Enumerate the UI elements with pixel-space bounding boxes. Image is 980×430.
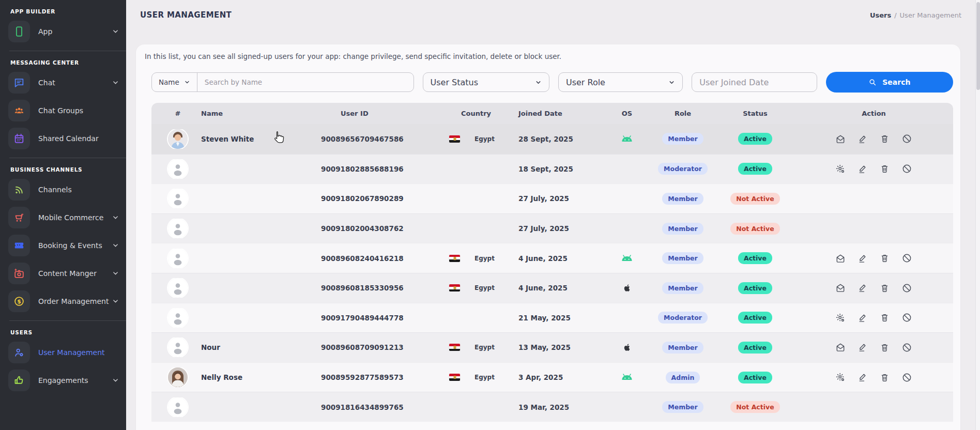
role-cell: Member xyxy=(650,223,716,235)
block-action-button[interactable] xyxy=(901,253,912,264)
table-row[interactable]: 9009179048944477821 May, 2025ModeratorAc… xyxy=(151,303,953,333)
delete-action-button[interactable] xyxy=(880,163,890,174)
role-badge: Member xyxy=(662,223,703,235)
avatar-placeholder xyxy=(168,159,188,179)
edit-action-button[interactable] xyxy=(858,163,868,174)
delete-icon xyxy=(880,253,890,263)
table-row[interactable]: 9009180200430876227 July, 2025MemberNot … xyxy=(151,213,953,243)
block-action-button[interactable] xyxy=(901,133,912,144)
scrollbar-thumb[interactable] xyxy=(976,2,980,90)
user-settings-action-button[interactable] xyxy=(835,163,846,174)
sidebar-item-app[interactable]: App xyxy=(0,18,126,45)
os-cell xyxy=(604,343,650,352)
edit-action-button[interactable] xyxy=(858,283,868,294)
dollar-icon: $ xyxy=(13,296,25,307)
joined-date: 18 Sept, 2025 xyxy=(510,165,604,173)
delete-action-button[interactable] xyxy=(880,253,890,264)
edit-action-button[interactable] xyxy=(858,372,868,383)
sidebar-item-label: App xyxy=(38,27,52,36)
user-id: 90091816434899765 xyxy=(312,403,442,411)
sidebar-item-order-management[interactable]: $Order Management xyxy=(0,287,126,315)
joined-date: 28 Sept, 2025 xyxy=(510,135,604,143)
user-id: 90089656709467586 xyxy=(312,135,442,143)
table-row[interactable]: Nelly Rose90089592877589573Egypt3 Apr, 2… xyxy=(151,362,953,392)
user-settings-action-button[interactable] xyxy=(835,312,846,323)
column-header-country: Country xyxy=(442,110,510,117)
sidebar-item-chat[interactable]: Chat xyxy=(0,69,126,97)
edit-action-button[interactable] xyxy=(858,253,868,264)
user-role-select[interactable]: User Role xyxy=(558,72,683,92)
user-status-select[interactable]: User Status xyxy=(423,72,549,92)
table-row[interactable]: Steven White90089656709467586Egypt28 Sep… xyxy=(151,124,953,154)
mail-action-button[interactable] xyxy=(835,133,846,144)
country-name: Egypt xyxy=(474,344,495,351)
people-icon xyxy=(13,105,25,116)
block-action-button[interactable] xyxy=(901,372,912,383)
role-badge: Member xyxy=(662,401,703,413)
delete-icon xyxy=(880,134,890,144)
chevron-down-icon xyxy=(112,242,119,249)
edit-action-button[interactable] xyxy=(858,133,868,144)
row-index-cell xyxy=(162,219,194,238)
delete-action-button[interactable] xyxy=(880,283,890,294)
table-row[interactable]: 9009180288568819618 Sept, 2025ModeratorA… xyxy=(151,154,953,184)
country-name: Egypt xyxy=(474,374,495,381)
block-icon xyxy=(901,342,912,353)
block-icon xyxy=(901,133,912,144)
sidebar-item-chat-groups[interactable]: Chat Groups xyxy=(0,97,126,125)
phone-icon xyxy=(13,26,25,37)
sidebar-item-mobile-commerce[interactable]: Mobile Commerce xyxy=(0,204,126,232)
block-action-button[interactable] xyxy=(901,163,912,174)
topbar: USER MANAGEMENT Users/User Management xyxy=(126,0,980,20)
search-input[interactable] xyxy=(197,73,414,91)
breadcrumb-users-link[interactable]: Users xyxy=(870,11,891,19)
block-action-button[interactable] xyxy=(901,312,912,323)
user-id: 90091802067890289 xyxy=(312,194,442,203)
user-settings-action-button[interactable] xyxy=(835,372,846,383)
table-row[interactable]: 9009180206789028927 July, 2025MemberNot … xyxy=(151,183,953,213)
table-row[interactable]: 90089608185330956Egypt4 June, 2025Member… xyxy=(151,273,953,303)
table-row[interactable]: Nour90089608709091213Egypt13 May, 2025Me… xyxy=(151,332,953,362)
main-content: USER MANAGEMENT Users/User Management In… xyxy=(126,0,980,430)
mail-action-button[interactable] xyxy=(835,342,846,353)
table-row[interactable]: 9009181643489976519 Mar, 2025MemberNot A… xyxy=(151,392,953,422)
status-badge: Active xyxy=(738,163,772,175)
delete-action-button[interactable] xyxy=(880,372,890,383)
sidebar-item-user-management[interactable]: User Management xyxy=(0,339,126,366)
row-index-cell xyxy=(162,278,194,298)
status-badge: Active xyxy=(738,342,772,354)
table-header: #NameUser IDCountryJoined DateOSRoleStat… xyxy=(151,103,953,124)
sidebar-icon-tile xyxy=(8,100,30,121)
avatar-placeholder xyxy=(168,308,188,328)
scrollbar[interactable] xyxy=(975,0,980,430)
sidebar-item-content-manger[interactable]: Content Manger xyxy=(0,259,126,287)
joined-date-input[interactable] xyxy=(692,72,817,92)
block-action-button[interactable] xyxy=(901,342,912,353)
mail-action-button[interactable] xyxy=(835,253,846,264)
delete-action-button[interactable] xyxy=(880,312,890,323)
delete-action-button[interactable] xyxy=(880,342,890,353)
country-cell: Egypt xyxy=(442,374,510,381)
edit-action-button[interactable] xyxy=(858,312,868,323)
sidebar-item-engagements[interactable]: Engagements xyxy=(0,366,126,394)
block-action-button[interactable] xyxy=(901,283,912,294)
role-cell: Member xyxy=(650,193,716,205)
edit-action-button[interactable] xyxy=(858,342,868,353)
sidebar-item-booking-events[interactable]: Booking & Events xyxy=(0,232,126,259)
role-cell: Member xyxy=(650,282,716,294)
mail-action-button[interactable] xyxy=(835,283,846,294)
status-badge: Active xyxy=(738,133,772,145)
breadcrumb-current: User Management xyxy=(900,11,961,19)
delete-action-button[interactable] xyxy=(880,133,890,144)
chevron-down-icon xyxy=(112,28,119,35)
status-cell: Active xyxy=(716,342,794,354)
table-row[interactable]: 90089608240416218Egypt4 June, 2025Member… xyxy=(151,243,953,273)
name-search-group: Name xyxy=(151,72,414,92)
sidebar-item-channels[interactable]: Channels xyxy=(0,176,126,204)
edit-icon xyxy=(858,342,868,352)
search-field-select[interactable]: Name xyxy=(152,73,197,91)
user-settings-icon xyxy=(835,372,846,382)
search-button[interactable]: Search xyxy=(826,72,953,93)
row-index-cell xyxy=(162,308,194,328)
sidebar-item-shared-calendar[interactable]: Shared Calendar xyxy=(0,125,126,152)
